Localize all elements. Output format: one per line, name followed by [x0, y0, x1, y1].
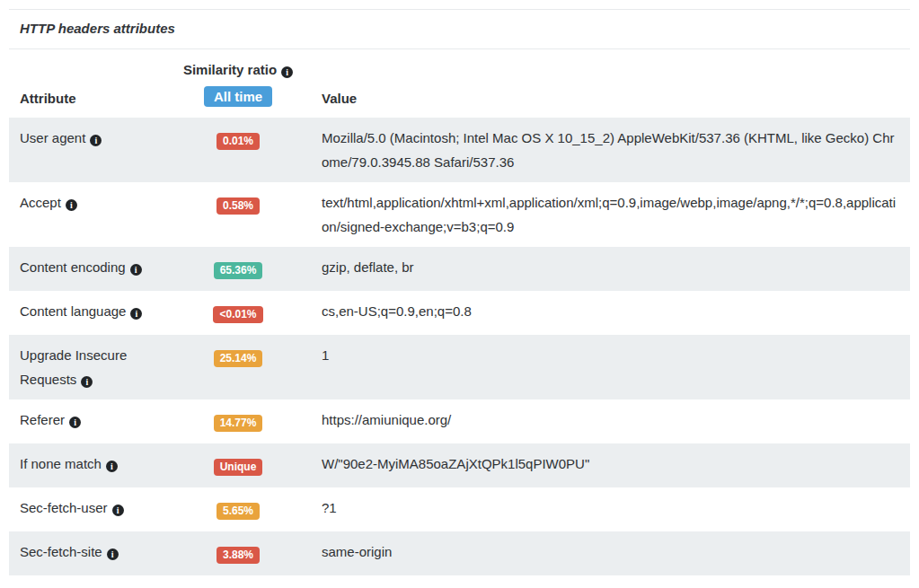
info-icon[interactable]: i: [130, 264, 142, 276]
value-text: gzip, deflate, br: [322, 259, 414, 275]
similarity-cell: 25.14%: [180, 335, 296, 379]
table-row: Sec-fetch-sitei 3.88% same-origin: [9, 531, 910, 575]
value-text: Mozilla/5.0 (Macintosh; Intel Mac OS X 1…: [322, 130, 895, 170]
attribute-cell: Upgrade Insecure Requestsi: [9, 335, 180, 399]
info-icon[interactable]: i: [66, 199, 77, 211]
similarity-cell: 6.16%: [180, 575, 296, 588]
table-row: Sec-fetch-useri 5.65% ?1: [9, 487, 910, 531]
table-body: User agenti 0.01% Mozilla/5.0 (Macintosh…: [9, 118, 910, 588]
attribute-label: If none match: [20, 456, 102, 471]
attribute-label: Accept: [20, 195, 61, 210]
info-icon[interactable]: i: [130, 308, 142, 320]
similarity-badge: 0.58%: [216, 197, 260, 215]
header-col-value: Value: [296, 91, 910, 107]
table-header: Attribute Similarity ratioi All time Val…: [9, 49, 910, 118]
value-text: same-origin: [322, 544, 392, 559]
value-cell: ?1: [296, 487, 910, 528]
panel-title-bar: HTTP headers attributes: [9, 10, 910, 49]
similarity-ratio-label: Similarity ratio: [183, 62, 277, 77]
info-icon[interactable]: i: [106, 461, 118, 472]
table-row: Accepti 0.58% text/html,application/xhtm…: [9, 182, 910, 247]
table-row: Upgrade Insecure Requestsi 25.14% 1: [9, 335, 910, 399]
header-col-attribute: Attribute: [9, 91, 180, 107]
attribute-cell: Content encodingi: [9, 247, 180, 287]
all-time-button[interactable]: All time: [204, 86, 272, 107]
attribute-cell: Content languagei: [9, 291, 180, 331]
similarity-badge: 3.88%: [216, 547, 260, 564]
similarity-cell: Unique: [180, 443, 296, 487]
similarity-cell: 14.77%: [180, 399, 296, 443]
similarity-badge: 25.14%: [214, 350, 263, 367]
table-row: Content encodingi 65.36% gzip, deflate, …: [9, 247, 910, 291]
attribute-cell: Accepti: [9, 182, 180, 223]
similarity-cell: 0.58%: [180, 182, 296, 226]
similarity-cell: 3.88%: [180, 531, 296, 575]
value-text: 1: [322, 347, 329, 363]
info-icon[interactable]: i: [281, 66, 293, 78]
similarity-ratio-header: Similarity ratioi: [183, 62, 293, 78]
attribute-label: Sec-fetch-site: [20, 544, 102, 559]
value-text: text/html,application/xhtml+xml,applicat…: [322, 195, 896, 234]
attribute-label: Upgrade Insecure Requests: [20, 347, 127, 387]
similarity-badge: <0.01%: [213, 306, 262, 323]
value-cell: 1: [296, 335, 910, 375]
info-icon[interactable]: i: [107, 549, 119, 560]
header-col-similarity: Similarity ratioi All time: [180, 62, 296, 107]
value-text: W/"90e2-MyiMA85oaZAjXtQPk1l5qPIW0PU": [322, 456, 589, 471]
attribute-label: Sec-fetch-user: [20, 500, 108, 515]
http-headers-panel: HTTP headers attributes Attribute Simila…: [9, 9, 910, 588]
similarity-cell: 0.01%: [180, 118, 296, 162]
similarity-badge: 14.77%: [214, 415, 263, 432]
value-text: ?1: [322, 500, 337, 515]
similarity-badge: 65.36%: [214, 262, 263, 279]
value-text: cs,en-US;q=0.9,en;q=0.8: [322, 303, 472, 319]
value-cell: https://amiunique.org/: [296, 399, 910, 440]
attribute-cell: If none matchi: [9, 443, 180, 484]
attribute-cell: Refereri: [9, 399, 180, 440]
attribute-label: Content encoding: [20, 259, 126, 275]
table-row: Sec-fetch-modei 6.16% navigate: [9, 575, 910, 588]
attribute-cell: Sec-fetch-modei: [9, 575, 180, 588]
attribute-cell: Sec-fetch-sitei: [9, 531, 180, 572]
similarity-cell: 65.36%: [180, 247, 296, 291]
info-icon[interactable]: i: [81, 376, 93, 388]
attribute-cell: Sec-fetch-useri: [9, 487, 180, 528]
value-cell: Mozilla/5.0 (Macintosh; Intel Mac OS X 1…: [296, 118, 910, 182]
panel-title: HTTP headers attributes: [20, 21, 175, 36]
value-cell: W/"90e2-MyiMA85oaZAjXtQPk1l5qPIW0PU": [296, 443, 910, 484]
attribute-label: Content language: [20, 303, 126, 319]
table-row: User agenti 0.01% Mozilla/5.0 (Macintosh…: [9, 118, 910, 182]
attribute-label: Referer: [20, 412, 65, 427]
info-icon[interactable]: i: [69, 417, 81, 428]
similarity-cell: 5.65%: [180, 487, 296, 531]
attribute-cell: User agenti: [9, 118, 180, 158]
similarity-badge: 5.65%: [216, 503, 260, 520]
table-row: If none matchi Unique W/"90e2-MyiMA85oaZ…: [9, 443, 910, 487]
attribute-label: User agent: [20, 130, 85, 145]
similarity-badge: Unique: [214, 459, 263, 476]
value-cell: navigate: [296, 575, 910, 588]
attribute-column-header: Attribute: [9, 91, 76, 106]
value-cell: gzip, deflate, br: [296, 247, 910, 287]
table-row: Content languagei <0.01% cs,en-US;q=0.9,…: [9, 291, 910, 335]
value-cell: text/html,application/xhtml+xml,applicat…: [296, 182, 910, 247]
value-text: https://amiunique.org/: [322, 412, 451, 427]
similarity-badge: 0.01%: [216, 133, 260, 150]
info-icon[interactable]: i: [112, 505, 124, 516]
value-column-header: Value: [296, 91, 357, 106]
table-row: Refereri 14.77% https://amiunique.org/: [9, 399, 910, 443]
value-cell: same-origin: [296, 531, 910, 572]
value-cell: cs,en-US;q=0.9,en;q=0.8: [296, 291, 910, 331]
info-icon[interactable]: i: [90, 135, 102, 146]
similarity-cell: <0.01%: [180, 291, 296, 335]
